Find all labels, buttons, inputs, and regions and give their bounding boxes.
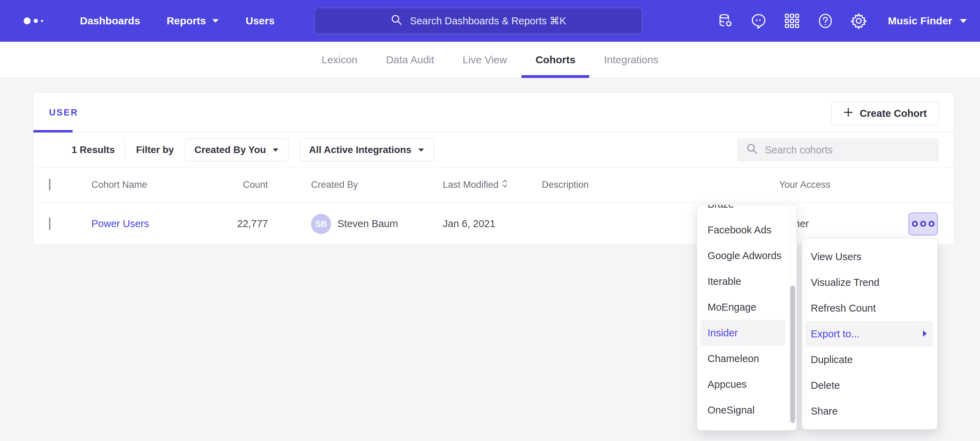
project-name: Music Finder: [888, 15, 952, 27]
menu-item-visualize-trend[interactable]: Visualize Trend: [806, 270, 933, 295]
nav-reports[interactable]: Reports: [167, 15, 219, 27]
create-cohort-button[interactable]: Create Cohort: [831, 102, 939, 125]
tab-lexicon[interactable]: Lexicon: [321, 42, 357, 78]
menu-item-label: Share: [811, 406, 837, 417]
tab-data-audit[interactable]: Data Audit: [386, 42, 434, 78]
submenu-item-chameleon[interactable]: Chameleon: [701, 346, 785, 371]
tab-integrations-label: Integrations: [604, 54, 659, 66]
table-header: Cohort Name Count Created By Last Modifi…: [33, 167, 954, 202]
project-switcher[interactable]: Music Finder: [888, 15, 967, 27]
apps-grid-icon[interactable]: [784, 13, 800, 29]
col-your-access: Your Access: [779, 179, 877, 190]
global-search-placeholder: Search Dashboards & Reports ⌘K: [410, 15, 566, 27]
plus-icon: [843, 107, 853, 120]
cohort-type-tabs: USER Create Cohort: [33, 93, 954, 133]
secondary-navbar: Lexicon Data Audit Live View Cohorts Int…: [0, 42, 980, 78]
integrations-filter-label: All Active Integrations: [309, 144, 412, 155]
cohort-count: 22,777: [189, 218, 268, 230]
submenu-item-label: Braze: [708, 205, 734, 210]
caret-down-icon: [272, 148, 279, 152]
nav-users[interactable]: Users: [246, 15, 275, 27]
created-by-filter-label: Created By You: [194, 144, 266, 155]
menu-item-label: Export to...: [811, 328, 859, 340]
results-count: 1 Results: [72, 144, 115, 155]
submenu-item-label: Appcues: [708, 379, 747, 390]
menu-item-delete[interactable]: Delete: [806, 372, 933, 398]
nav-dashboards[interactable]: Dashboards: [80, 15, 140, 27]
menu-item-duplicate[interactable]: Duplicate: [806, 347, 933, 372]
submenu-item-label: Facebook Ads: [708, 224, 772, 236]
cohort-search-input[interactable]: Search cohorts: [737, 138, 939, 162]
tab-lexicon-label: Lexicon: [321, 54, 357, 66]
dot-icon: [920, 221, 926, 227]
search-icon: [391, 14, 402, 28]
avatar: SB: [311, 214, 331, 234]
menu-item-label: Delete: [811, 380, 840, 391]
tab-cohorts-label: Cohorts: [536, 54, 576, 66]
vertical-divider: [125, 140, 125, 160]
col-count: Count: [189, 179, 268, 190]
submenu-item-facebook-ads[interactable]: Facebook Ads: [701, 217, 785, 243]
export-destinations-submenu: Braze Facebook Ads Google Adwords Iterab…: [697, 205, 797, 431]
menu-item-share[interactable]: Share: [806, 398, 933, 424]
menu-item-refresh-count[interactable]: Refresh Count: [806, 295, 933, 321]
nav-users-label: Users: [246, 15, 275, 27]
col-last-modified[interactable]: Last Modified: [443, 179, 514, 190]
create-cohort-label: Create Cohort: [860, 108, 927, 119]
submenu-item-label: Chameleon: [708, 353, 759, 364]
created-by-name: Steven Baum: [337, 218, 398, 230]
tab-user-label: USER: [49, 107, 78, 118]
top-navbar: Dashboards Reports Users Search Dashboar…: [0, 0, 980, 42]
data-management-icon[interactable]: [717, 13, 733, 29]
submenu-arrow-icon: [922, 328, 928, 340]
integrations-filter-dropdown[interactable]: All Active Integrations: [299, 138, 434, 161]
menu-item-export-to[interactable]: Export to...: [806, 321, 933, 347]
menu-item-label: Duplicate: [811, 354, 853, 366]
caret-down-icon: [959, 18, 967, 24]
cohorts-panel: USER Create Cohort 1 Results Filter by C…: [33, 92, 954, 245]
created-by-filter-dropdown[interactable]: Created By You: [185, 138, 288, 161]
nav-reports-label: Reports: [167, 15, 206, 27]
menu-item-view-users[interactable]: View Users: [806, 244, 933, 270]
tab-integrations[interactable]: Integrations: [604, 42, 659, 78]
submenu-item-label: OneSignal: [708, 404, 754, 416]
submenu-item-google-adwords[interactable]: Google Adwords: [701, 243, 785, 268]
select-all-checkbox[interactable]: [49, 179, 50, 190]
col-cohort-name: Cohort Name: [91, 179, 189, 190]
cohort-search-placeholder: Search cohorts: [765, 144, 833, 156]
global-search-input[interactable]: Search Dashboards & Reports ⌘K: [315, 8, 642, 34]
submenu-item-insider[interactable]: Insider: [701, 320, 785, 346]
dot-icon: [929, 221, 934, 227]
tab-cohorts[interactable]: Cohorts: [536, 42, 576, 78]
user-tab-underline: [33, 130, 73, 133]
settings-gear-icon[interactable]: [850, 13, 867, 29]
sort-icon: [502, 179, 508, 190]
feedback-bubble-icon[interactable]: [750, 13, 767, 29]
submenu-item-label: MoEngage: [708, 302, 756, 313]
scrollbar-thumb[interactable]: [790, 286, 795, 423]
submenu-item-iterable[interactable]: Iterable: [701, 268, 785, 294]
menu-item-label: View Users: [811, 251, 862, 263]
submenu-item-appcues[interactable]: Appcues: [701, 371, 785, 397]
menu-item-label: Refresh Count: [811, 303, 876, 314]
cohort-name-link[interactable]: Power Users: [91, 218, 149, 229]
tab-live-view-label: Live View: [463, 54, 507, 66]
row-checkbox[interactable]: [49, 217, 50, 230]
brand-dots-logo[interactable]: [24, 18, 51, 24]
tab-live-view[interactable]: Live View: [463, 42, 507, 78]
submenu-item-braze[interactable]: Braze: [701, 205, 785, 217]
col-created-by: Created By: [311, 179, 415, 190]
nav-dashboards-label: Dashboards: [80, 15, 140, 27]
submenu-item-onesignal[interactable]: OneSignal: [701, 397, 785, 423]
col-description: Description: [542, 179, 646, 190]
submenu-item-label: Google Adwords: [708, 250, 781, 262]
help-icon[interactable]: [817, 13, 834, 29]
menu-item-label: Visualize Trend: [811, 277, 880, 288]
row-context-menu: View Users Visualize Trend Refresh Count…: [801, 238, 938, 430]
export-submenu-scroll-viewport: Braze Facebook Ads Google Adwords Iterab…: [697, 205, 789, 430]
tab-data-audit-label: Data Audit: [386, 54, 434, 66]
tab-user-cohorts[interactable]: USER: [49, 107, 78, 118]
row-more-actions-button[interactable]: [908, 213, 938, 235]
filter-by-label: Filter by: [136, 144, 174, 155]
submenu-item-moengage[interactable]: MoEngage: [701, 294, 785, 320]
